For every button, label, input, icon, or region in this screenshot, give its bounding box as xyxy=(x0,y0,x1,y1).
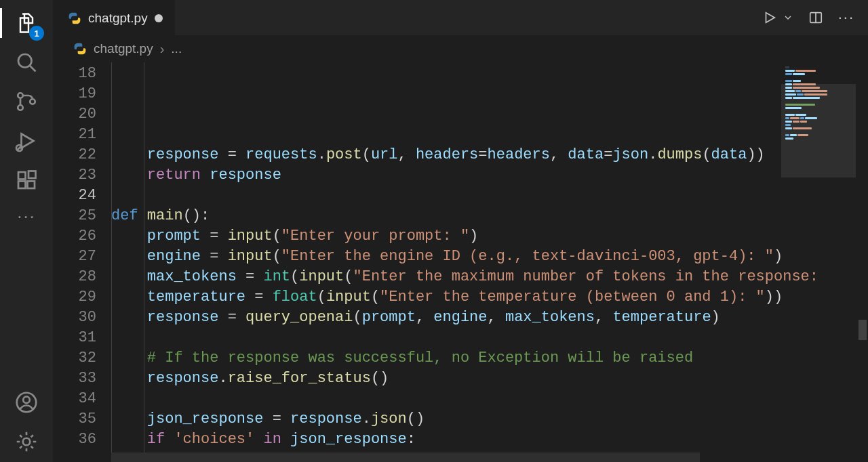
line-number: 31 xyxy=(53,328,96,348)
line-number-gutter: 18192021222324252627282930313233343536 xyxy=(53,62,111,462)
svg-marker-5 xyxy=(22,134,34,148)
tab-dirty-indicator-icon xyxy=(155,14,163,22)
code-line[interactable]: max_tokens = int(input("Enter the maximu… xyxy=(111,267,868,287)
svg-point-13 xyxy=(23,438,31,446)
accounts-activity-icon[interactable] xyxy=(13,389,40,416)
svg-line-1 xyxy=(30,66,35,71)
code-line[interactable]: response = query_openai(prompt, engine, … xyxy=(111,308,868,328)
line-number: 20 xyxy=(53,104,96,125)
svg-point-3 xyxy=(18,105,23,110)
activity-more-icon[interactable]: ··· xyxy=(17,206,36,227)
editor-more-icon[interactable]: ··· xyxy=(838,9,854,26)
minimap-viewport[interactable] xyxy=(781,84,856,177)
line-number: 25 xyxy=(53,206,96,226)
svg-marker-14 xyxy=(766,13,774,23)
code-line[interactable] xyxy=(111,389,868,409)
line-number: 30 xyxy=(53,308,96,328)
code-line[interactable]: def main(): xyxy=(111,206,868,226)
breadcrumb[interactable]: chatgpt.py › ... xyxy=(53,35,868,62)
tab-chatgpt-py[interactable]: chatgpt.py xyxy=(53,0,175,35)
explorer-activity-icon[interactable]: 1 xyxy=(13,9,40,37)
source-control-activity-icon[interactable] xyxy=(13,88,40,115)
code-line[interactable]: temperature = float(input("Enter the tem… xyxy=(111,287,868,308)
svg-point-4 xyxy=(30,99,35,104)
svg-rect-8 xyxy=(18,182,26,189)
svg-point-0 xyxy=(18,54,32,68)
svg-rect-10 xyxy=(28,171,36,179)
split-editor-icon[interactable] xyxy=(808,10,823,25)
svg-point-12 xyxy=(23,396,30,403)
horizontal-scrollbar[interactable] xyxy=(111,453,780,462)
tabs-region: chatgpt.py ··· xyxy=(53,0,868,35)
vertical-scrollbar[interactable] xyxy=(857,62,868,462)
line-number: 26 xyxy=(53,226,96,247)
code-line[interactable]: prompt = input("Enter your prompt: ") xyxy=(111,226,868,247)
line-number: 29 xyxy=(53,287,96,308)
horizontal-scroll-thumb[interactable] xyxy=(111,453,700,462)
python-file-icon xyxy=(68,12,81,25)
line-number: 19 xyxy=(53,84,96,104)
svg-rect-9 xyxy=(28,182,35,189)
line-number: 27 xyxy=(53,247,96,267)
code-line[interactable]: if 'choices' in json_response: xyxy=(111,429,868,450)
line-number: 33 xyxy=(53,369,96,389)
extensions-activity-icon[interactable] xyxy=(13,167,40,194)
line-number: 36 xyxy=(53,429,96,450)
breadcrumb-chevron-icon: › xyxy=(160,41,165,57)
minimap[interactable] xyxy=(781,62,856,184)
settings-activity-icon[interactable] xyxy=(13,428,40,455)
editor-area[interactable]: 18192021222324252627282930313233343536 r… xyxy=(53,62,868,462)
svg-point-2 xyxy=(18,93,23,98)
breadcrumb-trail: ... xyxy=(171,41,182,56)
line-number: 35 xyxy=(53,409,96,429)
vertical-scroll-thumb[interactable] xyxy=(859,320,867,340)
editor-actions: ··· xyxy=(762,0,868,35)
breadcrumb-filename: chatgpt.py xyxy=(94,41,153,56)
svg-rect-7 xyxy=(18,172,26,180)
line-number: 24 xyxy=(53,186,96,206)
activity-bar: 1 ··· xyxy=(0,0,53,462)
search-activity-icon[interactable] xyxy=(13,49,40,76)
code-line[interactable]: response = requests.post(url, headers=he… xyxy=(111,145,868,165)
code-line[interactable]: response.raise_for_status() xyxy=(111,369,868,389)
run-debug-activity-icon[interactable] xyxy=(13,127,40,154)
code-line[interactable]: # If the response was successful, no Exc… xyxy=(111,348,868,369)
code-line[interactable]: json_response = response.json() xyxy=(111,409,868,429)
line-number: 18 xyxy=(53,64,96,84)
code-area[interactable]: response = requests.post(url, headers=he… xyxy=(111,62,868,462)
code-line[interactable]: return response xyxy=(111,165,868,186)
python-file-icon xyxy=(73,42,87,56)
line-number: 22 xyxy=(53,145,96,165)
line-number: 23 xyxy=(53,165,96,186)
code-line[interactable] xyxy=(111,186,868,206)
line-number: 21 xyxy=(53,125,96,145)
code-line[interactable]: engine = input("Enter the engine ID (e.g… xyxy=(111,247,868,267)
explorer-badge: 1 xyxy=(29,26,44,41)
run-dropdown-chevron-icon[interactable] xyxy=(783,12,793,23)
tab-filename: chatgpt.py xyxy=(88,11,148,26)
run-icon[interactable] xyxy=(762,10,777,25)
code-line[interactable] xyxy=(111,328,868,348)
line-number: 34 xyxy=(53,389,96,409)
line-number: 32 xyxy=(53,348,96,369)
line-number: 28 xyxy=(53,267,96,287)
